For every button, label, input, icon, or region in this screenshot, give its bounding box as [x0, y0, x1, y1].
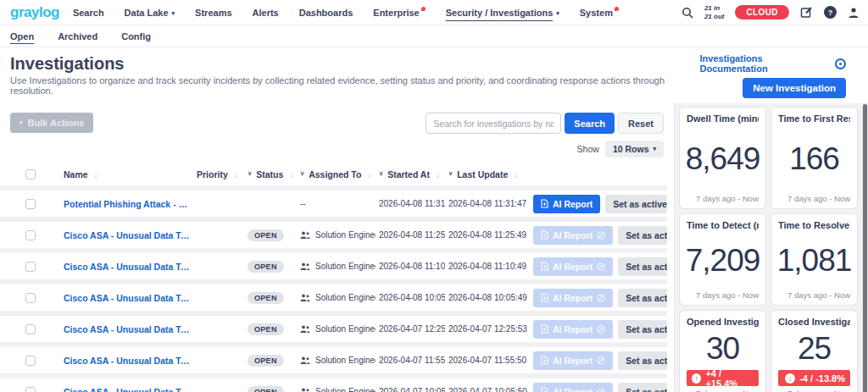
bulk-actions-button[interactable]: ▾ Bulk Actions: [10, 113, 93, 133]
sort-icon[interactable]: ↓: [234, 170, 238, 179]
metric-cards-grid: Dwell Time (minutes) 8,649 7 days ago - …: [679, 107, 858, 392]
scrollbar-track[interactable]: [862, 103, 868, 392]
search-icon[interactable]: [682, 7, 693, 19]
reset-button[interactable]: Reset: [618, 113, 664, 134]
set-as-active-button[interactable]: Set as active: [605, 195, 667, 213]
trend-arrow-icon: ↓: [785, 373, 795, 384]
nav-item-streams[interactable]: Streams: [195, 5, 231, 20]
trend-badge: ↓ -4 / -13.8%: [778, 370, 850, 386]
sort-icon[interactable]: ↓: [94, 170, 98, 179]
column-header-last-update[interactable]: ∨ Last Update ↓: [445, 169, 528, 179]
set-as-active-button[interactable]: Set as active: [618, 226, 667, 245]
ai-report-button[interactable]: AI Report: [533, 257, 613, 276]
chevron-down-icon: ▾: [19, 119, 23, 126]
column-header-started-at[interactable]: ∨ Started At ↓: [376, 169, 445, 179]
scrollbar-thumb[interactable]: [863, 104, 867, 392]
team-icon: [300, 231, 310, 240]
last-update-cell: 2026-04-07 10:05:50: [445, 387, 528, 392]
metric-card-time-to-resolve-minu[interactable]: Time to Resolve (minu... 1,081 7 days ag…: [771, 213, 858, 306]
last-update-cell: 2026-04-08 11:31:47: [445, 199, 528, 208]
filter-caret-icon[interactable]: ∨: [248, 170, 252, 177]
investigation-name-link[interactable]: Cisco ASA - Unusual Data Transfer (Auto …: [64, 324, 192, 334]
started-at-cell: 2026-04-07 10:05:50: [376, 387, 445, 392]
unavailable-icon: [597, 262, 605, 271]
ai-report-button[interactable]: AI Report: [533, 226, 613, 245]
metric-card-closed-investigations[interactable]: Closed Investigations 25 ↓ -4 / -13.8% 7…: [771, 310, 858, 392]
investigation-name-link[interactable]: Cisco ASA - Unusual Data Transfer (Auto …: [64, 387, 192, 392]
investigation-name-link[interactable]: Cisco ASA - Unusual Data Transfer (Auto …: [64, 293, 192, 303]
sort-icon[interactable]: ↓: [436, 170, 440, 179]
started-at-cell: 2026-04-07 11:55:50: [376, 356, 445, 365]
throughput-indicator[interactable]: 21 in 21 out: [704, 4, 725, 19]
set-as-active-button[interactable]: Set as active: [618, 289, 667, 307]
investigation-name-link[interactable]: Cisco ASA - Unusual Data Transfer (Auto …: [64, 356, 192, 366]
cloud-badge[interactable]: CLOUD: [735, 5, 789, 19]
nav-item-security-investigations[interactable]: Security / Investigations ▾: [446, 5, 559, 20]
compose-icon[interactable]: [800, 6, 813, 19]
help-icon[interactable]: ?: [824, 6, 837, 19]
ai-report-button[interactable]: AI Report: [533, 195, 600, 213]
row-checkbox[interactable]: [25, 293, 36, 303]
ai-report-button[interactable]: AI Report: [533, 289, 613, 307]
investigations-search-input[interactable]: [426, 113, 561, 134]
sort-icon[interactable]: ↓: [289, 170, 293, 179]
row-checkbox[interactable]: [25, 230, 36, 240]
set-as-active-button[interactable]: Set as active: [618, 257, 667, 276]
metric-card-dwell-time-minutes[interactable]: Dwell Time (minutes) 8,649 7 days ago - …: [679, 107, 766, 209]
metric-card-time-to-first-respons[interactable]: Time to First Respons... 166 7 days ago …: [771, 107, 858, 209]
subnav-tab-config[interactable]: Config: [121, 30, 151, 43]
row-checkbox[interactable]: [25, 387, 36, 392]
nav-item-alerts[interactable]: Alerts: [253, 5, 279, 20]
investigations-table: Name ↓ Priority ↓ ∨ Status ↓ ∨ Assigned …: [0, 163, 667, 392]
select-all-checkbox[interactable]: [25, 169, 36, 179]
investigation-name-link[interactable]: Cisco ASA - Unusual Data Transfer (Auto …: [64, 262, 192, 272]
table-row: Cisco ASA - Unusual Data Transfer (Auto …: [0, 253, 667, 279]
ai-report-button[interactable]: AI Report: [533, 351, 613, 370]
investigation-name-link[interactable]: Potential Phishing Attack - 2026-04-08: [64, 199, 192, 209]
last-update-cell: 2026-04-08 10:05:49: [445, 293, 528, 302]
metric-card-time-to-detect-minutes[interactable]: Time to Detect (minutes) 7,209 7 days ag…: [679, 213, 766, 306]
nav-item-search[interactable]: Search: [73, 5, 104, 20]
user-icon[interactable]: [848, 7, 860, 19]
filter-caret-icon[interactable]: ∨: [300, 170, 304, 177]
row-checkbox[interactable]: [25, 324, 36, 334]
set-as-active-button[interactable]: Set as active: [618, 351, 667, 370]
search-button[interactable]: Search: [565, 113, 615, 134]
column-header-status[interactable]: ∨ Status ↓: [244, 169, 297, 179]
ai-report-button[interactable]: AI Report: [533, 320, 613, 339]
filter-caret-icon[interactable]: ∨: [379, 170, 383, 177]
new-investigation-button[interactable]: New Investigation: [743, 78, 846, 98]
started-at-cell: 2026-04-08 11:25:49: [376, 230, 445, 240]
metric-time-range: 7 days ago - Now: [778, 194, 850, 204]
sort-icon[interactable]: ↓: [367, 170, 371, 179]
rows-per-page-dropdown[interactable]: 10 Rows ▾: [605, 141, 664, 157]
filter-caret-icon[interactable]: ∨: [448, 170, 453, 177]
status-badge: OPEN: [248, 229, 284, 241]
set-as-active-button[interactable]: Set as active: [618, 383, 667, 392]
column-header-name[interactable]: Name ↓: [53, 169, 192, 179]
ai-report-button[interactable]: AI Report: [533, 383, 613, 392]
column-header-priority[interactable]: Priority ↓: [192, 169, 244, 179]
throughput-out: 21 out: [704, 13, 725, 20]
row-checkbox[interactable]: [25, 199, 36, 209]
row-checkbox[interactable]: [25, 262, 36, 272]
metric-title: Time to Detect (minutes): [687, 220, 759, 230]
subnav-tab-open[interactable]: Open: [10, 30, 34, 43]
subnav-tab-archived[interactable]: Archived: [58, 30, 97, 43]
column-header-assigned-to[interactable]: ∨ Assigned To ↓: [297, 169, 376, 179]
metric-card-opened-investigations[interactable]: Opened Investigations 30 ↑ +4 / +15.4% 7…: [679, 310, 766, 392]
documentation-link[interactable]: Investigations Documentation: [700, 53, 846, 74]
status-cell: OPEN: [244, 386, 297, 392]
nav-item-system[interactable]: System: [580, 5, 619, 20]
nav-item-data-lake[interactable]: Data Lake ▾: [125, 5, 175, 20]
nav-item-dashboards[interactable]: Dashboards: [299, 5, 353, 20]
table-row: Cisco ASA - Unusual Data Transfer (Auto …: [0, 316, 667, 342]
row-actions: AI Report Set as active ⋯: [528, 351, 667, 370]
set-as-active-button[interactable]: Set as active: [618, 320, 667, 339]
investigation-name-link[interactable]: Cisco ASA - Unusual Data Transfer (Auto …: [64, 230, 192, 240]
nav-item-enterprise[interactable]: Enterprise: [373, 5, 425, 20]
page-description: Use Investigations to organize and track…: [10, 75, 700, 96]
chevron-down-icon: ▾: [653, 146, 656, 152]
sort-icon[interactable]: ↓: [514, 170, 518, 179]
row-checkbox[interactable]: [25, 356, 36, 366]
